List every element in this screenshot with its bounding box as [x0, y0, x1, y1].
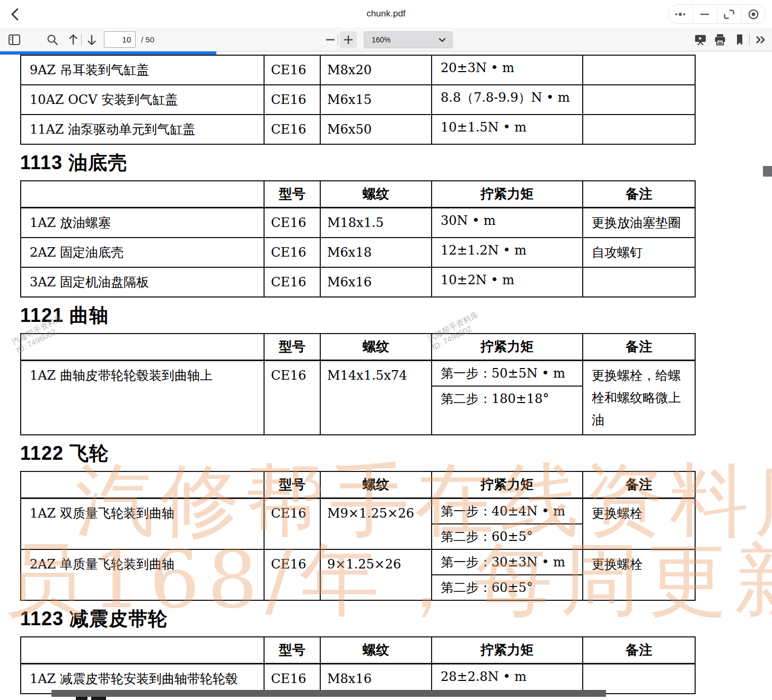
- thread-cell: M9×1.25×26: [320, 498, 432, 550]
- table-row: 1AZ 曲轴皮带轮轮毂装到曲轴上CE16M14x1.5x74第一步：50±5N …: [21, 361, 695, 435]
- zoom-in-button[interactable]: [340, 31, 357, 48]
- section-heading: 1123 减震皮带轮: [20, 606, 695, 632]
- table-row: 1AZ 双质量飞轮装到曲轴CE16M9×1.25×26第一步：40±4N • m…: [21, 498, 695, 550]
- double-chevron-right-icon: [754, 33, 768, 47]
- column-header: 拧紧力矩: [432, 471, 583, 498]
- column-header: [21, 181, 264, 208]
- page-count-label: / 50: [141, 28, 154, 51]
- fastener-desc-cell: 2AZ 单质量飞轮装到曲轴: [21, 549, 264, 600]
- column-header: 型号: [264, 181, 320, 208]
- table-row: 9AZ 吊耳装到气缸盖CE16M8x2020±3N • m: [21, 55, 695, 85]
- column-header: 拧紧力矩: [432, 334, 583, 361]
- more-options-icon: [673, 7, 687, 21]
- model-cell: CE16: [264, 55, 320, 85]
- column-header: 拧紧力矩: [432, 637, 583, 664]
- column-header: [21, 334, 264, 361]
- search-button[interactable]: [46, 33, 59, 47]
- arrow-up-icon: [66, 33, 80, 47]
- column-header: 备注: [583, 181, 695, 208]
- remark-cell: [583, 85, 695, 115]
- torque-step: 第一步：30±3N • m: [432, 550, 582, 574]
- torque-cell: 10±1.5N • m: [432, 115, 583, 144]
- thread-cell: M14x1.5x74: [320, 361, 432, 435]
- print-button[interactable]: [713, 33, 727, 47]
- column-header: [21, 471, 264, 498]
- remark-cell: 更换螺栓: [583, 498, 695, 550]
- thread-cell: M6x15: [320, 85, 432, 115]
- remark-cell: [583, 55, 695, 85]
- column-header: 螺纹: [320, 637, 432, 664]
- minimize-button[interactable]: [692, 5, 717, 23]
- toolbar-divider: [81, 34, 82, 46]
- torque-cell: 10±2N • m: [432, 267, 583, 297]
- thread-cell: M6x16: [320, 267, 432, 297]
- section-heading: 1113 油底壳: [20, 150, 695, 176]
- column-header: 螺纹: [320, 334, 432, 361]
- record-target-button[interactable]: [741, 5, 765, 23]
- table-row: 11AZ 油泵驱动单元到气缸盖CE16M6x5010±1.5N • m: [21, 115, 695, 144]
- section-heading: 1122 飞轮: [20, 441, 695, 467]
- next-page-button[interactable]: [85, 33, 99, 47]
- torque-cell: 第一步：40±4N • m第二步：60±5°: [432, 498, 583, 550]
- table-header-row: 型号螺纹拧紧力矩备注: [21, 181, 695, 208]
- zoom-out-button[interactable]: [323, 33, 337, 47]
- toolbar-divider: [749, 34, 750, 46]
- fastener-desc-cell: 1AZ 曲轴皮带轮轮毂装到曲轴上: [21, 361, 264, 435]
- chevron-down-icon: [437, 34, 447, 46]
- fastener-desc-cell: 3AZ 固定机油盘隔板: [21, 267, 264, 297]
- model-cell: CE16: [264, 549, 320, 600]
- table-row: 10AZ OCV 安装到气缸盖CE16M6x158.8（7.8-9.9）N • …: [21, 85, 695, 115]
- torque-cell: 8.8（7.8-9.9）N • m: [432, 85, 583, 115]
- more-tools-button[interactable]: [754, 33, 768, 47]
- table-header-row: 型号螺纹拧紧力矩备注: [21, 471, 695, 498]
- model-cell: CE16: [264, 85, 320, 115]
- fastener-desc-cell: 1AZ 放油螺塞: [21, 208, 264, 238]
- zoom-level-select[interactable]: 160%: [364, 31, 453, 48]
- sidebar-toggle-button[interactable]: [7, 33, 21, 47]
- arrow-down-icon: [85, 33, 99, 47]
- more-options-button[interactable]: [669, 5, 692, 23]
- remark-cell: 更换放油塞垫圈: [583, 208, 695, 238]
- vertical-scrollbar-thumb[interactable]: [763, 166, 772, 177]
- bookmark-icon: [733, 33, 747, 47]
- presentation-mode-button[interactable]: [694, 33, 707, 47]
- plus-icon: [340, 31, 357, 48]
- fastener-desc-cell: 11AZ 油泵驱动单元到气缸盖: [21, 115, 264, 144]
- column-header: 备注: [583, 334, 695, 361]
- previous-page-button[interactable]: [66, 33, 80, 47]
- torque-step: 20±3N • m: [432, 56, 582, 80]
- table-row: 2AZ 单质量飞轮装到曲轴CE169×1.25×26第一步：30±3N • m第…: [21, 549, 695, 600]
- bottom-dark-bar: [51, 690, 606, 697]
- section-heading: 1121 曲轴: [20, 303, 695, 329]
- spec-table: 型号螺纹拧紧力矩备注1AZ 减震皮带轮安装到曲轴带轮轮毂CE16M8x1628±…: [20, 636, 696, 694]
- thread-cell: M8x20: [320, 55, 432, 85]
- model-cell: CE16: [264, 498, 320, 550]
- table-row: 1AZ 减震皮带轮安装到曲轴带轮轮毂CE16M8x1628±2.8N • m: [21, 664, 695, 694]
- restore-window-icon: [722, 7, 736, 21]
- fastener-desc-cell: 1AZ 双质量飞轮装到曲轴: [21, 498, 264, 550]
- column-header: 型号: [264, 637, 320, 664]
- restore-window-button[interactable]: [717, 5, 741, 23]
- torque-step: 10±1.5N • m: [432, 115, 582, 139]
- spec-table: 型号螺纹拧紧力矩备注1AZ 双质量飞轮装到曲轴CE16M9×1.25×26第一步…: [20, 471, 696, 601]
- spec-table: 9AZ 吊耳装到气缸盖CE16M8x2020±3N • m10AZ OCV 安装…: [20, 55, 696, 145]
- torque-cell: 第一步：30±3N • m第二步：60±5°: [432, 549, 583, 600]
- remark-cell: [583, 267, 695, 297]
- remark-cell: [583, 115, 695, 144]
- torque-cell: 20±3N • m: [432, 55, 583, 85]
- remark-cell: 自攻螺钉: [583, 238, 695, 267]
- zoom-level-value: 160%: [372, 36, 391, 44]
- torque-step: 12±1.2N • m: [432, 238, 582, 262]
- spec-table: 型号螺纹拧紧力矩备注1AZ 放油螺塞CE16M18x1.530N • m更换放油…: [20, 180, 696, 298]
- column-header: 螺纹: [320, 471, 432, 498]
- bookmark-button[interactable]: [733, 33, 747, 47]
- document-title: chunk.pdf: [0, 0, 772, 28]
- clipped-text-fragment: [76, 697, 87, 700]
- fastener-desc-cell: 10AZ OCV 安装到气缸盖: [21, 85, 264, 115]
- print-icon: [713, 33, 727, 47]
- page-number-input[interactable]: [104, 31, 136, 48]
- remark-cell: 更换螺栓: [583, 549, 695, 600]
- column-header: 拧紧力矩: [432, 181, 583, 208]
- table-row: 3AZ 固定机油盘隔板CE16M6x1610±2N • m: [21, 267, 695, 297]
- model-cell: CE16: [264, 115, 320, 144]
